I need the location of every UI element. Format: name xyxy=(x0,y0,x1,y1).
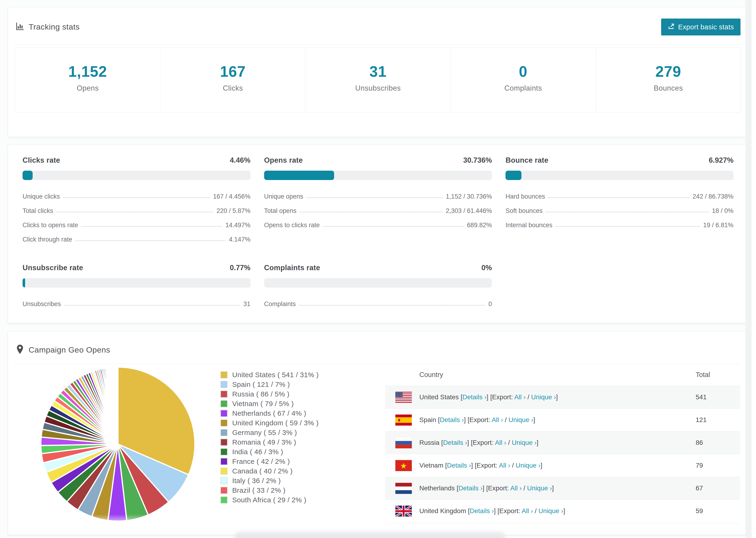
total-cell: 79 xyxy=(696,462,740,469)
legend-item[interactable]: Spain ( 121 / 7% ) xyxy=(220,380,319,389)
progress-fill xyxy=(23,278,25,288)
export-all-link[interactable]: All › xyxy=(511,484,522,492)
page: Tracking stats Export basic stats 1,152O… xyxy=(8,7,748,535)
tracking-stats-card: Tracking stats Export basic stats 1,152O… xyxy=(8,7,748,137)
dotted-leader xyxy=(556,226,700,227)
progress-track xyxy=(23,278,250,288)
scrollbar[interactable] xyxy=(745,0,756,538)
export-all-link[interactable]: All › xyxy=(514,394,526,401)
rate-row-value: 1,152 / 30.736% xyxy=(446,193,492,200)
rate-value: 0.77% xyxy=(230,264,250,272)
dotted-leader xyxy=(323,226,464,227)
dotted-leader xyxy=(57,212,213,212)
tracking-stats-header: Tracking stats Export basic stats xyxy=(8,7,748,45)
stats-summary-row: 1,152Opens167Clicks31Unsubscribes0Compla… xyxy=(15,48,741,112)
bar-chart-icon xyxy=(16,22,25,32)
legend-swatch xyxy=(220,381,228,388)
legend-item[interactable]: France ( 42 / 2% ) xyxy=(220,457,319,466)
rate-row-label: Unique clicks xyxy=(23,193,60,200)
rate-row-label: Clicks to opens rate xyxy=(23,222,78,229)
export-unique-link[interactable]: Unique › xyxy=(512,439,537,446)
pie-slice-63[interactable] xyxy=(118,367,118,444)
stat-value: 167 xyxy=(160,63,305,80)
stat-label: Complaints xyxy=(451,84,596,92)
export-unique-link[interactable]: Unique › xyxy=(538,507,563,514)
export-all-link[interactable]: All › xyxy=(495,439,506,446)
legend-item[interactable]: Vietnam ( 79 / 5% ) xyxy=(220,399,319,408)
legend-item[interactable]: Brazil ( 33 / 2% ) xyxy=(220,485,319,495)
dotted-leader xyxy=(306,197,442,198)
rate-panel-unsubscribe-rate: Unsubscribe rate0.77%Unsubscribes31 xyxy=(23,264,250,311)
details-link[interactable]: Details › xyxy=(447,462,471,469)
export-all-link[interactable]: All › xyxy=(499,462,510,469)
rate-title: Opens rate xyxy=(264,156,303,165)
page-title: Tracking stats xyxy=(28,22,80,31)
dotted-leader xyxy=(76,241,226,241)
legend-item[interactable]: Romania ( 49 / 3% ) xyxy=(220,437,319,447)
legend-item[interactable]: South Africa ( 29 / 2% ) xyxy=(220,495,319,505)
table-header-row: Country Total xyxy=(385,364,740,386)
legend-item[interactable]: Netherlands ( 67 / 4% ) xyxy=(220,408,319,418)
stat-label: Bounces xyxy=(596,84,741,92)
details-link[interactable]: Details › xyxy=(443,439,467,446)
export-all-link[interactable]: All › xyxy=(492,416,503,423)
geo-header: Campaign Geo Opens xyxy=(8,331,748,364)
rate-row-value: 14.497% xyxy=(225,222,250,229)
export-all-link[interactable]: All › xyxy=(522,507,533,514)
legend-item[interactable]: Italy ( 36 / 2% ) xyxy=(220,476,319,485)
rate-row-label: Total opens xyxy=(264,207,297,215)
stat-label: Unsubscribes xyxy=(305,84,450,92)
details-link[interactable]: Details › xyxy=(440,416,464,423)
table-row-nl: Netherlands [Details ›] [Export: All › /… xyxy=(385,477,740,500)
legend-item[interactable]: United States ( 541 / 31% ) xyxy=(220,370,319,380)
legend-item[interactable]: India ( 46 / 3% ) xyxy=(220,447,319,457)
stat-label: Clicks xyxy=(160,84,305,92)
details-link[interactable]: Details › xyxy=(470,507,494,514)
flag-icon-us xyxy=(395,392,412,403)
column-header-total: Total xyxy=(696,371,740,379)
details-link[interactable]: Details › xyxy=(459,484,483,492)
rate-panel-complaints-rate: Complaints rate0%Complaints0 xyxy=(264,264,492,311)
rate-value: 4.46% xyxy=(230,156,250,165)
legend-item[interactable]: Canada ( 40 / 2% ) xyxy=(220,466,319,476)
bottom-shadow-blur xyxy=(235,532,505,538)
rate-head: Bounce rate6.927% xyxy=(506,156,733,165)
export-unique-link[interactable]: Unique › xyxy=(519,530,544,535)
export-unique-link[interactable]: Unique › xyxy=(531,394,556,401)
legend-label: Russia ( 86 / 5% ) xyxy=(232,390,290,398)
country-cell: United Kingdom [Details ›] [Export: All … xyxy=(412,507,696,515)
rate-head: Clicks rate4.46% xyxy=(23,156,250,165)
export-basic-stats-button[interactable]: Export basic stats xyxy=(661,19,740,35)
legend-item[interactable]: United Kingdom ( 59 / 3% ) xyxy=(220,418,319,428)
country-cell: Russia [Details ›] [Export: All › / Uniq… xyxy=(412,439,696,447)
export-unique-link[interactable]: Unique › xyxy=(515,462,540,469)
stat-value: 31 xyxy=(305,63,450,80)
legend-label: South Africa ( 29 / 2% ) xyxy=(232,496,306,504)
legend-item[interactable]: Russia ( 86 / 5% ) xyxy=(220,389,319,399)
table-row-ru: Russia [Details ›] [Export: All › / Uniq… xyxy=(385,431,740,454)
legend-item[interactable]: Germany ( 55 / 3% ) xyxy=(220,428,319,437)
export-icon xyxy=(668,23,675,31)
geo-opens-pie-chart[interactable] xyxy=(39,365,197,523)
dotted-leader xyxy=(546,212,709,212)
details-link[interactable]: Details › xyxy=(462,394,487,401)
geo-country-table: Country Total United States [Details ›] … xyxy=(385,364,740,535)
rate-rows: Unique opens1,152 / 30.736%Total opens2,… xyxy=(264,189,492,232)
progress-fill xyxy=(23,171,33,180)
rate-title: Unsubscribe rate xyxy=(23,264,83,272)
total-cell: 67 xyxy=(696,484,740,492)
map-pin-icon xyxy=(16,345,24,355)
rate-rows: Unsubscribes31 xyxy=(23,297,250,311)
rates-grid: Clicks rate4.46%Unique clicks167 / 4.456… xyxy=(23,156,733,311)
rate-row-value: 242 / 86.738% xyxy=(693,193,733,200)
legend-swatch xyxy=(220,439,228,446)
rate-row-value: 2,303 / 61.446% xyxy=(446,207,492,215)
export-unique-link[interactable]: Unique › xyxy=(527,484,552,492)
legend-label: Brazil ( 33 / 2% ) xyxy=(232,486,286,494)
column-header-country: Country xyxy=(385,371,696,379)
export-unique-link[interactable]: Unique › xyxy=(509,416,533,423)
legend-swatch xyxy=(220,371,228,378)
flag-icon-gb xyxy=(395,506,412,517)
stat-box-complaints: 0Complaints xyxy=(451,48,596,112)
legend-label: Canada ( 40 / 2% ) xyxy=(232,467,293,475)
